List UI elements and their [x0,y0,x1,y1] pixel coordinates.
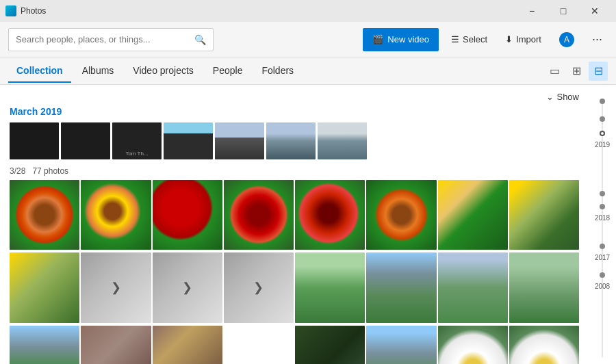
timeline-line [602,99,603,357]
show-button[interactable]: ⌄ Show [546,92,579,102]
select-icon: ☰ [451,34,459,44]
list-item[interactable]: ❯ [153,252,222,322]
list-item[interactable] [295,180,365,250]
list-item[interactable] [509,252,579,322]
list-item[interactable] [438,326,508,365]
timeline-dot[interactable] [600,191,605,196]
close-button[interactable]: ✕ [579,0,611,22]
list-item[interactable] [509,326,579,365]
timeline-dot[interactable] [600,99,605,104]
list-item[interactable] [10,252,79,322]
list-item[interactable] [153,326,222,365]
account-button[interactable]: A [554,28,580,51]
list-item[interactable]: ❯ [81,252,151,322]
new-video-icon: 🎬 [372,34,383,44]
photo-grid-row2: ❯ ❯ ❯ [10,252,579,322]
list-item[interactable] [215,122,264,159]
new-video-label: New video [387,34,429,44]
view-list-button[interactable]: ▭ [545,62,564,81]
list-item[interactable] [318,122,367,159]
app-title: Photos [21,6,46,16]
new-video-button[interactable]: 🎬 New video [363,28,439,51]
window-controls: − □ ✕ [516,0,611,22]
title-bar-left: Photos [5,5,46,16]
toolbar: 🔍 🎬 New video ☰ Select ⬇ Import A ··· [0,22,616,57]
timeline-dot[interactable] [600,272,605,278]
photo-grid-row3 [10,326,579,365]
tab-albums[interactable]: Albums [74,60,123,83]
list-item[interactable] [509,180,579,250]
tab-folders[interactable]: Folders [253,60,302,83]
list-item [224,326,294,365]
tab-people[interactable]: People [205,60,251,83]
import-label: Import [516,34,541,44]
list-item[interactable] [10,180,79,250]
list-item[interactable] [266,122,316,159]
list-item[interactable] [366,252,436,322]
list-item[interactable] [10,326,79,365]
show-row: ⌄ Show [10,92,579,102]
list-item[interactable] [164,122,213,159]
show-label: Show [556,92,579,102]
import-button[interactable]: ⬇ Import [500,28,547,51]
view-large-grid-button[interactable]: ⊟ [589,62,608,81]
list-item[interactable] [153,180,222,250]
list-item[interactable] [224,180,294,250]
list-item[interactable] [81,326,151,365]
list-item[interactable] [295,326,365,365]
select-label: Select [463,34,487,44]
date-label: 3/28 77 photos [10,166,579,176]
list-item[interactable] [61,122,110,159]
list-item[interactable] [366,326,436,365]
list-item[interactable]: Tom Th... [112,122,162,159]
list-item[interactable] [366,180,436,250]
timeline-year-2008[interactable]: 2008 [595,283,610,290]
nav-tabs: Collection Albums Video projects People … [0,57,616,85]
search-box[interactable]: 🔍 [8,28,214,51]
list-item[interactable] [438,180,508,250]
minimize-button[interactable]: − [516,0,548,22]
small-photo-row: Tom Th... [10,122,579,159]
app-icon [5,5,16,16]
timeline-year-2018[interactable]: 2018 [595,214,610,222]
select-button[interactable]: ☰ Select [446,28,493,51]
timeline-dot-active[interactable] [600,131,605,136]
list-item[interactable] [438,252,508,322]
more-button[interactable]: ··· [587,29,608,49]
section-header: March 2019 [10,106,579,117]
list-item[interactable] [10,122,59,159]
account-icon: A [559,32,574,47]
maximize-button[interactable]: □ [548,0,579,22]
timeline: 2019 2018 2017 2008 [589,85,616,364]
title-bar: Photos − □ ✕ [0,0,616,22]
tab-video-projects[interactable]: Video projects [125,60,201,83]
timeline-year-2017[interactable]: 2017 [595,254,610,261]
timeline-year-2019[interactable]: 2019 [595,141,610,148]
list-item[interactable] [295,252,365,322]
search-input[interactable] [16,34,194,44]
content-area: ⌄ Show March 2019 Tom Th... 3/28 77 phot… [0,85,616,364]
timeline-dot[interactable] [600,204,605,209]
main-content: ⌄ Show March 2019 Tom Th... 3/28 77 phot… [0,85,589,364]
timeline-dot[interactable] [600,244,605,249]
photo-grid-row1 [10,180,579,250]
tab-collection[interactable]: Collection [8,60,71,83]
timeline-dot[interactable] [600,116,605,122]
chevron-down-icon: ⌄ [546,92,554,102]
view-grid-button[interactable]: ⊞ [567,62,586,81]
list-item[interactable] [81,180,151,250]
list-item[interactable]: ❯ [224,252,294,322]
import-icon: ⬇ [505,34,513,44]
search-icon: 🔍 [194,34,206,45]
view-controls: ▭ ⊞ ⊟ [545,62,608,81]
